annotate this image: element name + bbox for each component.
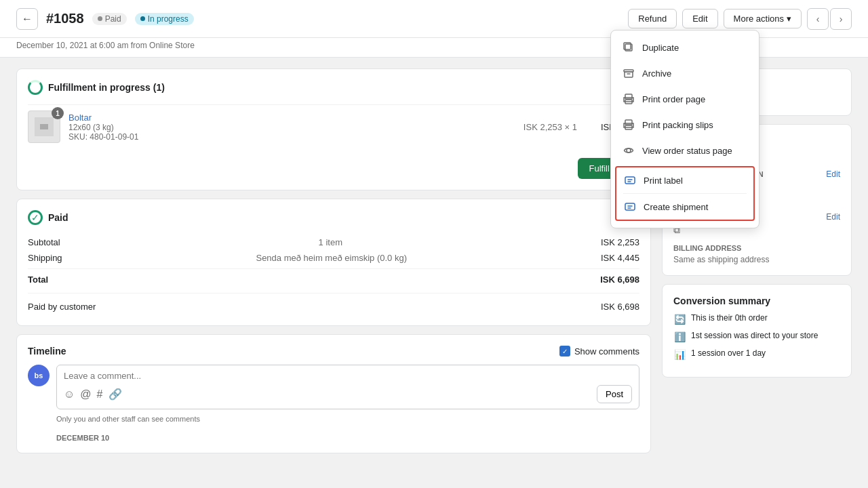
fulfillment-header: Fulfillment in progress (1) (28, 80, 639, 95)
print-label-icon (623, 174, 637, 187)
total-amount: ISK 6,698 (600, 274, 639, 285)
total-label: Total (28, 274, 48, 285)
conversion-item-session: ℹ️ 1st session was direct to your store (673, 331, 840, 343)
page-container: ← #1058 Paid In progress Refund Edit Mor… (0, 0, 868, 488)
header-actions: Refund Edit More actions ▾ ‹ › (628, 8, 852, 30)
svg-rect-5 (625, 94, 632, 99)
paid-by-amount: ISK 6,698 (601, 302, 639, 312)
comment-input[interactable] (64, 371, 632, 381)
post-button[interactable]: Post (597, 385, 632, 403)
dropdown-item-duplicate[interactable]: Duplicate (611, 35, 759, 60)
archive-label: Archive (642, 68, 671, 79)
svg-rect-7 (625, 120, 632, 125)
payment-card: ✓ Paid Subtotal 1 item ISK 2,253 Shippin… (16, 199, 651, 326)
paid-header: ✓ Paid (28, 210, 639, 225)
left-column: Fulfillment in progress (1) 1 Boltar 12x… (16, 68, 651, 453)
product-name-link[interactable]: Boltar (68, 113, 92, 123)
paid-by-label: Paid by customer (28, 302, 96, 312)
timeline-header: Timeline Show comments (28, 346, 639, 357)
emoji-icon[interactable]: ☺ (64, 388, 75, 401)
duplicate-icon (622, 41, 635, 54)
view-status-icon (622, 144, 635, 157)
chevron-down-icon: ▾ (787, 14, 791, 24)
dropdown-item-view-status[interactable]: View order status page (611, 138, 759, 163)
prev-order-button[interactable]: ‹ (807, 8, 829, 30)
conversion-item-order: 🔄 This is their 0th order (673, 313, 840, 325)
subtotal-row: Subtotal 1 item ISK 2,253 (28, 235, 639, 250)
timeline-divider: December 10 (56, 434, 639, 442)
attachment-icon[interactable]: 🔗 (108, 388, 122, 401)
dropdown-item-print-packing[interactable]: Print packing slips (611, 112, 759, 138)
shipping-label: Shipping (28, 253, 62, 263)
view-status-label: View order status page (642, 146, 732, 156)
fulfillment-card: Fulfillment in progress (1) 1 Boltar 12x… (16, 68, 651, 190)
create-shipment-label: Create shipment (644, 202, 708, 212)
svg-rect-1 (40, 124, 48, 129)
svg-point-9 (627, 148, 631, 152)
session-text: 1st session was direct to your store (691, 331, 818, 340)
product-thumbnail-icon (35, 117, 54, 136)
fulfillment-title: Fulfillment in progress (1) (48, 82, 165, 93)
dropdown-item-archive[interactable]: Archive (611, 60, 759, 86)
highlighted-group: Print label Create shipment (615, 166, 755, 221)
conversion-item-sessions-count: 📊 1 session over 1 day (673, 348, 840, 361)
more-actions-button[interactable]: More actions ▾ (724, 9, 802, 28)
show-comments-checkbox[interactable] (559, 346, 570, 357)
create-shipment-icon (623, 200, 637, 214)
subtotal-label: Subtotal (28, 237, 60, 247)
hashtag-icon[interactable]: # (97, 388, 103, 401)
comment-row: bs ☺ @ # 🔗 Post (28, 365, 639, 409)
timeline-card: Timeline Show comments bs ☺ @ # (16, 334, 651, 453)
svg-rect-10 (625, 177, 635, 184)
product-row: 1 Boltar 12x60 (3 kg) SKU: 480-01-09-01 … (28, 104, 639, 148)
product-info: Boltar 12x60 (3 kg) SKU: 480-01-09-01 (68, 113, 501, 142)
dropdown-item-print-label[interactable]: Print label (616, 167, 753, 193)
conversion-card: Conversion summary 🔄 This is their 0th o… (662, 284, 852, 378)
subtotal-amount: ISK 2,253 (601, 237, 639, 247)
back-button[interactable]: ← (16, 8, 38, 30)
edit-button[interactable]: Edit (682, 9, 717, 28)
timeline-date: December 10 (56, 434, 109, 442)
sessions-count-text: 1 session over 1 day (691, 348, 766, 358)
print-label-label: Print label (644, 176, 683, 186)
print-packing-label: Print packing slips (642, 120, 713, 130)
svg-rect-11 (625, 203, 635, 210)
total-row: Total ISK 6,698 (28, 268, 639, 287)
progress-badge: In progress (135, 13, 194, 25)
nav-arrows: ‹ › (807, 8, 852, 30)
fulfill-btn-row: Fulfill item (28, 158, 639, 179)
product-variant: 12x60 (3 kg) (68, 123, 501, 132)
contact-edit-link[interactable]: Edit (826, 169, 840, 179)
avatar: bs (28, 365, 50, 386)
timeline-title: Timeline (28, 346, 66, 357)
next-order-button[interactable]: › (830, 8, 852, 30)
archive-icon (622, 66, 635, 80)
shipping-method: Senda með heim með eimskip (0.0 kg) (62, 253, 601, 263)
session-info-icon: ℹ️ (673, 331, 686, 343)
comment-tools: ☺ @ # 🔗 Post (64, 385, 632, 403)
conversion-title: Conversion summary (673, 296, 840, 306)
dropdown-item-create-shipment[interactable]: Create shipment (616, 194, 753, 220)
order-count-text: This is their 0th order (691, 313, 768, 323)
product-image: 1 (28, 110, 60, 143)
show-comments-toggle[interactable]: Show comments (559, 346, 639, 357)
order-count-icon: 🔄 (673, 313, 686, 325)
mention-icon[interactable]: @ (80, 388, 91, 401)
shipping-edit-link[interactable]: Edit (826, 212, 840, 222)
order-number: #1058 (46, 11, 84, 26)
comment-input-wrap: ☺ @ # 🔗 Post (56, 365, 639, 409)
fulfillment-progress-icon (28, 80, 43, 95)
print-order-label: Print order page (642, 94, 705, 104)
product-sku: SKU: 480-01-09-01 (68, 132, 501, 142)
product-qty-badge: 1 (52, 107, 64, 119)
billing-section-header: BILLING ADDRESS (673, 244, 840, 252)
billing-section-label: BILLING ADDRESS (673, 244, 741, 252)
shipping-row: Shipping Senda með heim með eimskip (0.0… (28, 250, 639, 266)
dropdown-item-print-order[interactable]: Print order page (611, 86, 759, 112)
comment-note: Only you and other staff can see comment… (56, 415, 639, 423)
print-packing-icon (622, 118, 635, 131)
show-comments-label: Show comments (574, 346, 639, 357)
paid-check-icon: ✓ (28, 210, 43, 225)
subtotal-qty: 1 item (60, 237, 601, 247)
refund-button[interactable]: Refund (628, 9, 677, 28)
